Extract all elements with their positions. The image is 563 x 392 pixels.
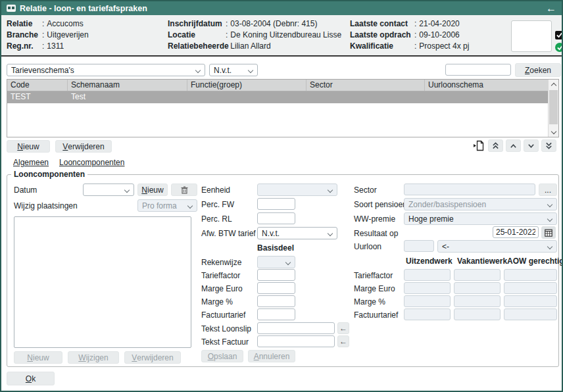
annuleren-button[interactable]: Annuleren	[248, 350, 295, 362]
check-icon	[557, 45, 563, 51]
wijzigen-component-button[interactable]: Wijzigen	[68, 351, 119, 364]
vertical-scrollbar[interactable]	[548, 80, 558, 137]
sector-browse-button[interactable]: ...	[539, 184, 557, 196]
looncomponenten-panel: Looncomponenten Datum Nieuw Wijzig plaat…	[7, 174, 559, 367]
green-check-badge[interactable]	[555, 43, 563, 52]
opslaan-button[interactable]: Opslaan	[201, 350, 243, 362]
tarievenschema-select[interactable]: Tarievenschema's	[7, 64, 205, 76]
uurloon-select[interactable]: <-	[437, 240, 557, 253]
verwijderen-component-button[interactable]: Verwijderen	[124, 351, 181, 364]
soort-pensioen-select[interactable]: Zonder/basispensioen	[404, 198, 557, 210]
eenheid-select[interactable]	[257, 184, 337, 196]
factuurtarief-uitzendwerk-input[interactable]	[404, 308, 451, 320]
chevron-up-icon	[510, 143, 517, 149]
factuurtarief-label: Factuurtarief	[201, 310, 245, 320]
column-header-sector[interactable]: Sector	[306, 80, 425, 91]
delete-datum-button[interactable]	[171, 184, 197, 196]
tarieffactor-input[interactable]	[257, 269, 295, 281]
separator: :	[41, 18, 47, 30]
first-record-button[interactable]	[488, 139, 503, 152]
marge-euro-input[interactable]	[257, 282, 295, 294]
factuurtarief-input[interactable]	[257, 308, 295, 320]
looncomponenten-listbox[interactable]	[14, 216, 191, 348]
tarieffactor-vakantiewerk-input[interactable]	[454, 269, 501, 281]
datum-select[interactable]	[83, 184, 134, 196]
sector-label: Sector	[354, 185, 377, 195]
marge-pct-uitzendwerk-input[interactable]	[404, 295, 451, 307]
copy-factuur-button[interactable]: ←	[337, 335, 349, 347]
header-row: Branche:Uitgeverijen	[7, 30, 89, 41]
select-value: Tarievenschema's	[11, 66, 193, 75]
field-label: Locatie	[168, 30, 224, 41]
select-value: N.v.t.	[214, 66, 245, 75]
scrollbar-thumb[interactable]	[549, 90, 558, 124]
sector-input[interactable]	[404, 184, 535, 195]
perc-fw-input[interactable]	[257, 198, 295, 210]
uurloon-input[interactable]	[404, 240, 434, 252]
soort-pensioen-label: Soort pensioen	[354, 200, 407, 209]
nieuw-schema-button[interactable]: Nieuw	[7, 140, 50, 153]
afw-btw-select[interactable]: N.v.t.	[257, 227, 337, 239]
zoeken-button[interactable]: Zoeken	[515, 63, 561, 77]
calendar-button[interactable]	[541, 226, 556, 239]
tab-looncomponenten[interactable]: Looncomponenten	[59, 158, 124, 167]
marge-pct-vakantiewerk-input[interactable]	[454, 295, 501, 307]
select-value: N.v.t.	[262, 229, 325, 238]
rekenwijze-select[interactable]	[257, 256, 295, 268]
eenheid-label: Eenheid	[201, 185, 230, 195]
last-record-button[interactable]	[541, 139, 556, 152]
panel-legend: Looncomponenten	[11, 170, 87, 179]
marge-euro-aow-input[interactable]	[504, 282, 557, 294]
ok-button[interactable]: Ok	[7, 372, 55, 385]
copy-loonslip-button[interactable]: ←	[337, 322, 349, 334]
verwijderen-schema-button[interactable]: Verwijderen	[55, 140, 112, 153]
header-row: Kwalificatie:Prospect 4x pj	[350, 41, 469, 52]
matrix-header-vakantiewerk: Vakantiewerk	[457, 257, 507, 266]
filter-select[interactable]: N.v.t.	[209, 64, 258, 76]
factuurtarief-aow-input[interactable]	[504, 308, 557, 320]
chevron-down-icon	[328, 187, 333, 193]
column-header-schemanaam[interactable]: Schemanaam	[68, 80, 187, 91]
column-header-functiegroep[interactable]: Functie(groep)	[187, 80, 306, 91]
scroll-down-button[interactable]	[549, 127, 558, 137]
factuurtarief-vakantiewerk-input[interactable]	[454, 308, 501, 320]
perc-fw-label: Perc. FW	[201, 200, 234, 209]
marge-pct-aow-input[interactable]	[504, 295, 557, 307]
trash-icon	[181, 186, 188, 194]
next-record-button[interactable]	[524, 139, 539, 152]
tarieffactor-aow-input[interactable]	[504, 269, 557, 281]
column-header-uurloonschema[interactable]: Uurloonschema	[425, 80, 558, 91]
tarieffactor-uitzendwerk-input[interactable]	[404, 269, 451, 281]
chevron-down-icon	[124, 187, 130, 193]
arrow-left-icon: ←	[339, 324, 347, 333]
ww-premie-select[interactable]: Hoge premie	[404, 212, 557, 225]
perc-rl-input[interactable]	[257, 212, 295, 224]
marge-euro-vakantiewerk-input[interactable]	[454, 282, 501, 294]
marge-pct-input[interactable]	[257, 295, 295, 307]
double-chevron-up-icon	[492, 142, 499, 149]
proforma-select[interactable]: Pro forma	[137, 199, 197, 212]
tekst-loonslip-input[interactable]	[257, 322, 335, 334]
separator: :	[224, 41, 230, 52]
export-document-icon[interactable]	[472, 140, 485, 152]
scroll-up-button[interactable]	[549, 80, 558, 89]
table-row[interactable]: TEST Test	[7, 91, 558, 103]
back-arrow-icon[interactable]: ←	[546, 3, 556, 14]
tekst-loonslip-label: Tekst Loonslip	[201, 324, 251, 333]
checked-checkbox[interactable]	[555, 31, 563, 39]
chevron-down-icon	[195, 68, 201, 73]
tab-algemeen[interactable]: Algemeen	[13, 158, 49, 167]
header-row: Relatiebeheerde:Lilian Allard	[168, 41, 341, 52]
tekst-factuur-input[interactable]	[257, 335, 335, 347]
marge-pct-label: Marge %	[201, 297, 233, 306]
search-input[interactable]	[445, 64, 511, 76]
field-label: Relatie	[7, 18, 41, 30]
previous-record-button[interactable]	[506, 139, 521, 152]
nieuw-datum-button[interactable]: Nieuw	[137, 184, 168, 196]
matrix-row-label-marge-pct: Marge %	[354, 297, 385, 306]
select-value: Pro forma	[142, 201, 185, 210]
column-header-code[interactable]: Code	[7, 80, 68, 91]
resultaat-op-date-input[interactable]	[493, 226, 539, 238]
marge-euro-uitzendwerk-input[interactable]	[404, 282, 451, 294]
nieuw-component-button[interactable]: Nieuw	[14, 351, 62, 364]
